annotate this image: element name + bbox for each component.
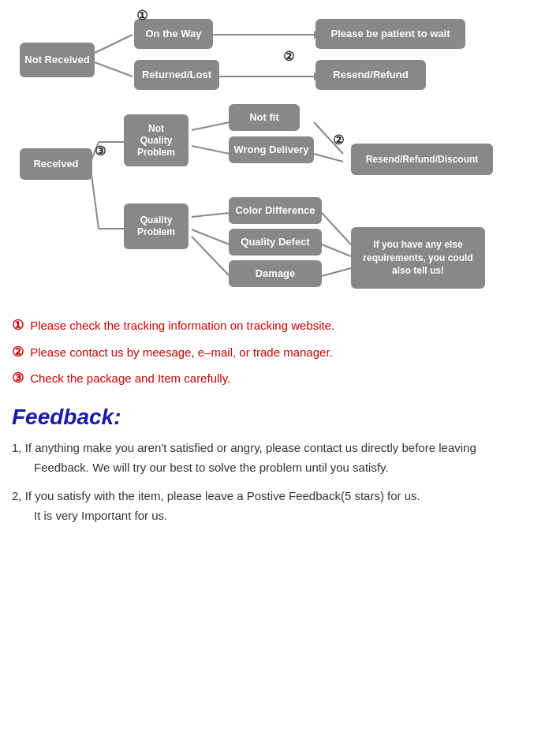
box-quality-defect: Quality Defect [229, 229, 322, 256]
feedback-section: Feedback: 1, If anything make you aren't… [12, 405, 548, 526]
box-quality-problem: QualityProblem [124, 203, 189, 249]
svg-line-12 [192, 146, 230, 154]
svg-line-24 [322, 268, 351, 276]
feedback-item-2: 2, If you satisfy with the item, please … [12, 486, 548, 526]
svg-line-0 [95, 35, 133, 53]
note-num-2: ② [12, 345, 24, 360]
flowchart: Not Received On the Way Returned/Lost Pl… [12, 8, 548, 308]
note-2: ② Please contact us by meesage, e–mail, … [12, 342, 548, 363]
box-not-fit: Not fit [229, 104, 300, 131]
box-received: Received [20, 148, 92, 180]
svg-line-22 [322, 213, 351, 244]
note-num-3: ③ [12, 371, 24, 386]
circle-num-2b: ② [333, 132, 344, 147]
box-resend-refund: Resend/Refund [315, 60, 426, 90]
box-color-diff: Color Difference [229, 197, 322, 224]
box-on-the-way: On the Way [134, 19, 213, 49]
feedback-item-1: 1, If anything make you aren't satisfied… [12, 438, 548, 478]
svg-line-8 [91, 169, 99, 229]
note-3: ③ Check the package and Item carefully. [12, 368, 548, 389]
notes-section: ① Please check the tracking information … [12, 315, 548, 389]
circle-num-1: ① [136, 8, 147, 23]
box-not-received: Not Received [20, 43, 95, 77]
note-num-1: ① [12, 318, 24, 333]
note-1: ① Please check the tracking information … [12, 315, 548, 336]
box-if-you-have: If you have any elserequirements, you co… [351, 227, 485, 289]
box-damage: Damage [229, 260, 322, 287]
box-resend-discount: Resend/Refund/Discount [351, 144, 493, 175]
circle-num-2a: ② [283, 49, 294, 64]
svg-line-10 [192, 122, 230, 130]
svg-line-16 [192, 213, 230, 217]
feedback-title: Feedback: [12, 405, 548, 430]
svg-line-23 [322, 244, 351, 256]
svg-line-1 [95, 62, 133, 77]
box-please-wait: Please be patient to wait [315, 19, 465, 49]
box-not-quality: NotQualityProblem [124, 114, 189, 166]
box-wrong-delivery: Wrong Delivery [229, 136, 314, 163]
svg-line-15 [314, 154, 343, 162]
circle-num-3: ③ [95, 144, 106, 159]
box-returned-lost: Returned/Lost [134, 60, 219, 90]
